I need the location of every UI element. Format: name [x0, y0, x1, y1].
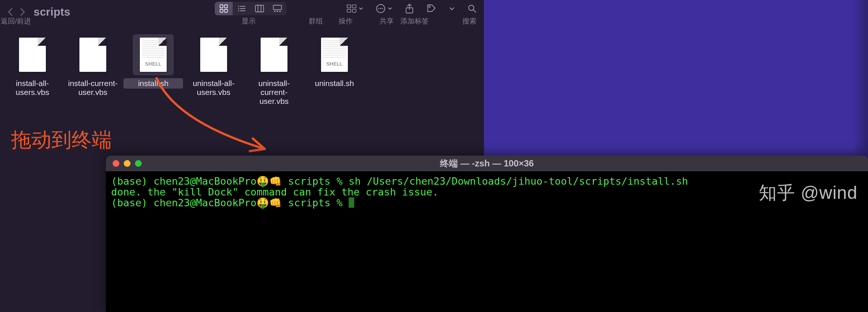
- view-gallery-button[interactable]: [268, 2, 286, 15]
- terminal-body[interactable]: (base) chen23@MacBookPro🤑👊 scripts % sh …: [106, 171, 868, 213]
- group-icon: [347, 4, 356, 13]
- svg-point-27: [469, 5, 474, 10]
- chevron-right-icon: [19, 7, 26, 16]
- view-icons-button[interactable]: [215, 2, 233, 15]
- svg-point-26: [429, 6, 430, 7]
- nav-label: 返回/前进: [1, 16, 31, 26]
- share-icon: [405, 3, 414, 14]
- view-columns-button[interactable]: [251, 2, 268, 15]
- more-menu-button[interactable]: [449, 6, 455, 11]
- terminal-window: 终端 — -zsh — 100×36 (base) chen23@MacBook…: [106, 156, 868, 312]
- svg-point-6: [238, 8, 239, 9]
- file-item[interactable]: uninstall-all-users.vbs: [183, 33, 244, 106]
- view-label: 显示: [242, 16, 256, 26]
- tags-button[interactable]: [427, 4, 436, 13]
- chevron-down-icon: [388, 7, 392, 10]
- chevron-left-icon: [7, 7, 14, 16]
- svg-rect-1: [224, 5, 227, 8]
- terminal-title-text: 终端 — -zsh — 100×36: [106, 157, 868, 169]
- svg-rect-17: [347, 5, 351, 8]
- view-list-button[interactable]: [233, 2, 251, 15]
- group-menu-button[interactable]: [347, 4, 363, 13]
- file-icon: [254, 34, 295, 75]
- file-name-label: install-current-user.vbs: [63, 78, 123, 98]
- file-name-label: install.sh: [123, 78, 183, 89]
- file-icon: [314, 34, 355, 75]
- terminal-titlebar[interactable]: 终端 — -zsh — 100×36: [106, 156, 868, 171]
- action-label: 操作: [339, 16, 353, 26]
- svg-rect-20: [352, 9, 356, 12]
- file-icon: [133, 34, 174, 75]
- svg-point-22: [378, 8, 379, 9]
- svg-point-8: [238, 10, 239, 12]
- close-window-button[interactable]: [113, 160, 119, 167]
- svg-rect-0: [220, 5, 223, 8]
- svg-rect-14: [274, 11, 276, 12]
- grid-icon: [220, 4, 228, 13]
- svg-rect-19: [347, 9, 351, 12]
- chevron-down-icon: [359, 7, 363, 10]
- files-grid: install-all-users.vbsinstall-current-use…: [0, 29, 484, 110]
- svg-rect-13: [273, 5, 282, 10]
- svg-rect-7: [240, 8, 245, 9]
- gallery-icon: [273, 5, 282, 12]
- file-item[interactable]: uninstall-current-user.vbs: [244, 33, 304, 106]
- svg-rect-9: [240, 10, 245, 11]
- action-menu-button[interactable]: [376, 4, 392, 13]
- file-name-label: uninstall-all-users.vbs: [184, 78, 243, 98]
- window-traffic-lights: [113, 160, 142, 167]
- tag-label: 添加标签: [400, 16, 429, 26]
- file-item[interactable]: install.sh: [123, 33, 183, 106]
- search-label: 搜索: [462, 16, 477, 26]
- view-mode-segment: [215, 2, 286, 15]
- group-label: 群组: [309, 16, 323, 26]
- file-name-label: uninstall-current-user.vbs: [244, 78, 304, 106]
- svg-rect-10: [255, 5, 264, 12]
- file-icon: [12, 34, 53, 75]
- share-button[interactable]: [405, 3, 414, 14]
- search-button[interactable]: [468, 4, 477, 13]
- file-item[interactable]: install-all-users.vbs: [2, 33, 63, 106]
- svg-rect-5: [240, 6, 245, 7]
- list-icon: [238, 5, 246, 12]
- svg-rect-16: [279, 11, 281, 12]
- ellipsis-circle-icon: [376, 4, 386, 13]
- svg-rect-2: [220, 9, 223, 12]
- file-item[interactable]: uninstall.sh: [304, 33, 365, 106]
- columns-icon: [255, 5, 264, 12]
- file-name-label: uninstall.sh: [305, 78, 364, 89]
- svg-point-24: [382, 8, 383, 9]
- svg-point-4: [238, 6, 239, 7]
- svg-point-23: [380, 8, 381, 9]
- chevron-down-icon: [449, 6, 455, 11]
- file-icon: [72, 34, 113, 75]
- svg-rect-15: [277, 11, 278, 12]
- svg-rect-18: [352, 5, 356, 8]
- search-icon: [468, 4, 477, 13]
- minimize-window-button[interactable]: [124, 160, 130, 167]
- tag-icon: [427, 4, 436, 13]
- file-item[interactable]: install-current-user.vbs: [63, 33, 123, 106]
- file-name-label: install-all-users.vbs: [3, 78, 62, 98]
- zoom-window-button[interactable]: [135, 160, 142, 167]
- svg-line-28: [474, 10, 476, 12]
- share-label: 共享: [380, 16, 394, 26]
- annotation-text: 拖动到终端: [11, 127, 112, 154]
- finder-right-tools: [347, 2, 477, 15]
- svg-rect-3: [224, 9, 227, 12]
- toolbar-sublabels: 返回/前进 显示 群组 操作 共享 添加标签 搜索: [0, 16, 484, 25]
- file-icon: [193, 34, 234, 75]
